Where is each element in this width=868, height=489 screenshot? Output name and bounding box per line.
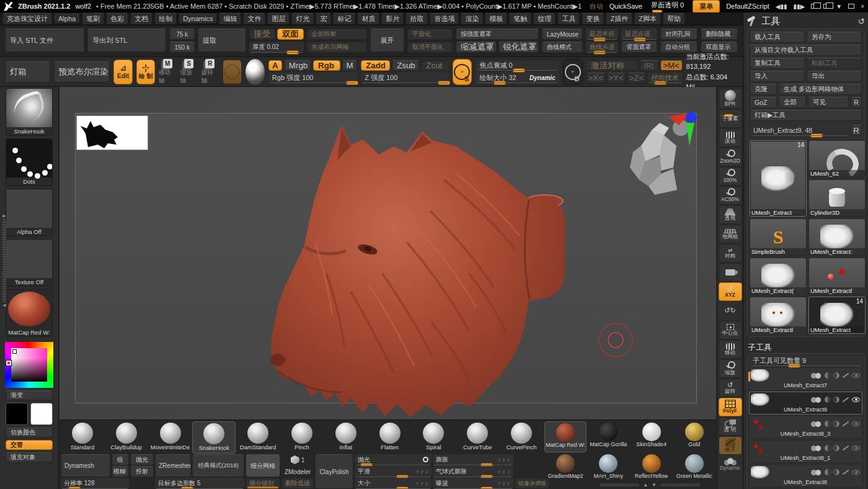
extract-button[interactable]: 提取 — [198, 29, 246, 52]
mrgb-button[interactable]: Mrgb — [284, 60, 311, 71]
material-tile[interactable]: GradientMap2 — [544, 453, 587, 484]
lightbox-button[interactable]: 灯箱 — [5, 61, 50, 83]
lazy-radius-slider[interactable]: 延迟半径 — [586, 29, 618, 40]
zcut-button[interactable]: Zcut — [421, 60, 448, 71]
switch-color-button[interactable]: 切换颜色 — [6, 428, 53, 437]
left-tray-slot[interactable]: SnakeHook — [6, 88, 53, 136]
brush-tile[interactable]: Flatten — [368, 421, 412, 454]
eye-visibility-icon[interactable] — [852, 397, 860, 402]
color-picker[interactable] — [5, 342, 53, 388]
fill-object-button[interactable]: 填充对象 — [6, 452, 53, 462]
blur-button[interactable]: 模糊 — [112, 466, 129, 477]
right-shelf-button[interactable]: 透 明 — [719, 417, 742, 436]
activate-symmetry-button[interactable]: 激活对称 — [587, 60, 638, 71]
import-stl-button[interactable]: 导入 STL 文件 — [5, 29, 84, 52]
menu-item[interactable]: 编辑 — [219, 13, 241, 25]
brush-tile[interactable]: Pinch — [280, 421, 324, 454]
move-gyro-button[interactable]: M移动轴 — [159, 59, 176, 85]
menu-item[interactable]: 图层 — [267, 13, 290, 25]
m-button[interactable]: M — [342, 60, 357, 71]
rgb-button[interactable]: Rgb — [313, 60, 340, 71]
subdivide-button[interactable]: 细分网格 — [246, 454, 280, 477]
current-alpha-slot[interactable] — [223, 60, 241, 84]
project-button[interactable]: 投射 — [130, 466, 154, 477]
lightbox-tool-button[interactable]: 灯箱▶工具 — [750, 110, 862, 121]
menu-item[interactable]: 渲染 — [461, 13, 483, 25]
subtool-row[interactable]: UMesh_Extract8_3 — [749, 416, 862, 439]
z-intensity-slider[interactable]: Z 强度 100 — [361, 73, 448, 83]
difference-icon[interactable] — [833, 421, 839, 427]
polypaint-icon[interactable] — [811, 470, 822, 475]
inflate-slider[interactable]: 膨胀x y z — [433, 454, 513, 465]
right-shelf-button[interactable]: ⇄ 对称 — [719, 244, 742, 262]
polypaint-icon[interactable] — [811, 421, 822, 427]
right-shelf-button[interactable] — [719, 263, 742, 282]
polish-slider[interactable]: 抛光 — [355, 454, 432, 465]
alternate-button[interactable]: 交替 — [6, 440, 53, 450]
material-tile[interactable]: SkinShade4 — [631, 421, 673, 452]
right-shelf-button[interactable]: 透视 — [719, 205, 742, 224]
brush-icon[interactable] — [843, 446, 849, 451]
uv-icon[interactable] — [825, 421, 831, 427]
double-sided-button[interactable]: 双面 — [277, 29, 304, 40]
preview-boolean-button[interactable]: 预览布尔渲染 — [54, 61, 110, 83]
menu-item[interactable]: 模板 — [485, 13, 507, 25]
classic-mode-button[interactable]: 经典模式(2018) — [192, 454, 244, 477]
tray-pager[interactable]: ▲▼ — [600, 482, 700, 488]
menu-item[interactable]: 绘制 — [154, 13, 177, 25]
m-symmetry-button[interactable]: >M< — [660, 60, 683, 71]
load-from-project-button[interactable]: 从项目文件载入工具 — [750, 45, 862, 56]
menu-item[interactable]: 色彩 — [106, 13, 128, 25]
right-shelf-button[interactable]: 滚动 — [719, 128, 742, 147]
menu-item[interactable]: 变换 — [582, 13, 604, 25]
difference-icon[interactable] — [833, 445, 839, 451]
right-shelf-button[interactable]: 100% — [719, 167, 742, 186]
sharpen-mask-button[interactable]: 锐化遮罩 — [498, 42, 539, 53]
zadd-button[interactable]: Zadd — [361, 60, 390, 71]
dock-right-icon[interactable] — [823, 4, 830, 9]
minimize-icon[interactable]: ▼ — [836, 3, 842, 10]
material-tile[interactable]: ReflectYellow — [631, 453, 673, 484]
lazymouse-button[interactable]: LazyMouse — [542, 29, 583, 40]
backface-mask-button[interactable]: 背面遮罩 — [621, 42, 657, 53]
menu-item[interactable]: 拾取 — [405, 13, 428, 25]
zmodeler-icon[interactable]: 1 — [281, 454, 314, 465]
reset-icon[interactable]: ↺ — [858, 17, 865, 26]
scale-gyro-button[interactable]: S缩放轴 — [180, 59, 197, 85]
goz-all-button[interactable]: 全部 — [779, 97, 806, 108]
unplanar-button[interactable]: 取消平面化 — [407, 42, 453, 53]
eye-visibility-icon[interactable] — [852, 373, 860, 378]
load-tool-button[interactable]: 载入工具 — [750, 32, 805, 43]
subtool-row[interactable]: UMesh_Extract8 — [749, 464, 862, 487]
planar-button[interactable]: 平面化 — [407, 29, 453, 40]
brush-tile[interactable]: Standard — [61, 421, 104, 454]
polish-button[interactable]: 抛光 — [130, 454, 154, 465]
group-button[interactable]: 组 — [112, 454, 129, 465]
brush-tile[interactable]: MoveIntiniteDe — [149, 421, 192, 454]
balloon-slider[interactable]: 气球式膨胀x y z — [433, 466, 513, 477]
subtool-row[interactable]: UMesh_Extract8_1 — [749, 440, 862, 463]
make-polymesh-button[interactable]: 生成 多边形网格物体 — [779, 84, 862, 95]
dock-left-icon[interactable] — [811, 4, 817, 9]
right-shelf-button[interactable]: ↺↻ — [719, 302, 742, 320]
uv-icon[interactable] — [825, 445, 831, 451]
mask-by-intensity-button[interactable]: 按强度遮罩 — [456, 29, 539, 40]
subtool-row[interactable]: UMesh_Extract9 — [749, 392, 862, 415]
brush-icon[interactable] — [843, 397, 849, 403]
active-tool-slider[interactable]: UMesh_Extract9. 48 — [750, 125, 849, 136]
tool-thumbnail[interactable]: 14 UMesh_Extract — [750, 140, 807, 217]
menu-item[interactable]: Z脚本 — [634, 13, 661, 25]
brush-tile[interactable]: SnakeHook — [192, 421, 236, 454]
right-shelf-button[interactable]: 中心点 — [719, 321, 742, 339]
mirror-weld-button[interactable]: 镜像并焊接 — [515, 478, 549, 489]
ui-transparency-slider[interactable]: 界面透明 0 — [649, 1, 686, 12]
tool-thumbnail[interactable]: 14 UMesh_Extract — [808, 297, 866, 334]
circle-toggle-icon[interactable] — [423, 457, 428, 462]
menu-item[interactable]: Dynamics — [179, 14, 217, 24]
subdiv-level-slider[interactable]: 细分级别 — [246, 478, 280, 489]
right-shelf-button[interactable]: 子像素 — [719, 109, 742, 128]
menu-item[interactable]: Alpha — [54, 14, 80, 24]
current-material-ball[interactable] — [246, 59, 265, 85]
rgb-intensity-slider[interactable]: Rgb 强度 100 — [268, 73, 357, 83]
menu-item[interactable]: 宏 — [316, 13, 331, 25]
